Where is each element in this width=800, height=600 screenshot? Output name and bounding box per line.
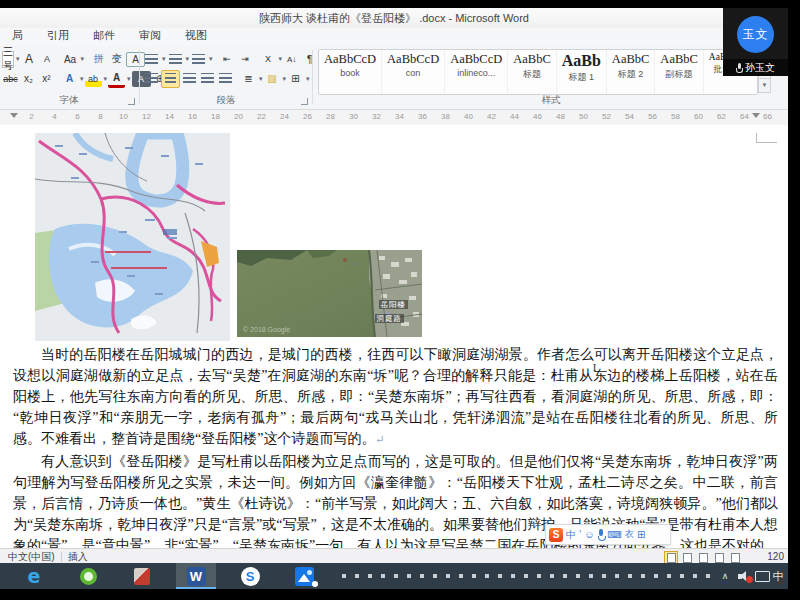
ruler-tick: 16 [181,110,204,124]
change-case-button[interactable]: Aa [62,51,79,67]
font-size-dropdown-icon[interactable]: ▾ [16,55,20,63]
multilevel-dropdown-icon[interactable]: ▾ [209,55,213,63]
paragraph-1[interactable]: 当时的岳阳楼在岳阳城城门的西边，是城门的西楼，往西可以下瞰洞庭湖湖景。作者怎么可… [13,344,778,450]
style-gallery-item[interactable]: AaBbC 副标题 [655,50,704,94]
sogou-ime-toolbar[interactable]: S 中 ’ ☺ ⌨ 衣 ⊞ [545,524,671,545]
style-sample: AaBbCcD [387,52,439,67]
multilevel-list-icon[interactable] [192,54,205,65]
style-gallery-item[interactable]: AaBbCcD book [319,50,382,94]
style-gallery-item[interactable]: AaBbC 标题 2 [607,50,656,94]
status-language[interactable]: 中文(中国) [8,550,55,564]
style-gallery-item[interactable]: AaBb 标题 1 [557,50,607,94]
font-size-box[interactable]: 三号 [2,51,14,68]
document-text[interactable]: 当时的岳阳楼在岳阳城城门的西边，是城门的西楼，往西可以下瞰洞庭湖湖景。作者怎么可… [13,344,778,548]
font-color-button[interactable]: A [108,69,125,88]
borders-dropdown-icon[interactable]: ▾ [306,75,310,83]
bullets-dropdown-icon[interactable]: ▾ [162,55,166,63]
style-sample: AaBbC [612,52,650,67]
satellite-image-yueyang[interactable]: 岳阳楼 洞庭路 © 2018 Google [237,250,422,337]
asian-layout-button[interactable]: X [260,51,277,67]
align-center-icon[interactable] [165,73,176,84]
ime-chinese-mode-icon[interactable]: 中 [566,526,576,543]
map-image-dongting-lake[interactable] [35,133,230,341]
highlight-color-button[interactable]: ab [85,71,102,87]
style-label: book [324,68,376,78]
paragraph-1-text[interactable]: 当时的岳阳楼在岳阳城城门的西边，是城门的西楼，往西可以下瞰洞庭湖湖景。作者怎么可… [13,347,778,446]
superscript-button[interactable]: x² [38,71,55,87]
sogou-logo-icon[interactable]: S [549,528,563,542]
tray-expand-button[interactable]: ∧ [718,563,732,589]
align-right-icon[interactable] [183,73,196,84]
edge-icon: e [28,565,41,587]
tray-ime-indicator[interactable]: 中 [770,563,786,589]
ime-emoji-icon[interactable]: ☺ [584,526,594,543]
document-page[interactable]: 岳阳楼 洞庭路 © 2018 Google 当时的岳阳楼在岳阳城城门的西边，是城… [0,125,788,548]
decrease-indent-button[interactable]: ⇤ [219,51,236,67]
indent-marker[interactable] [10,113,18,118]
touch-keyboard-icon [755,571,770,582]
borders-button[interactable]: ⊞ [287,71,304,87]
shrink-font-button[interactable]: A [39,51,56,67]
gallery-more-icon[interactable]: ▼ [758,79,771,93]
ime-skin-icon[interactable]: 衣 [625,526,634,543]
group-divider [139,50,140,104]
style-gallery-item[interactable]: AaBbC 标题 [508,50,557,94]
taskbar-edge-button[interactable]: e [14,563,54,589]
style-gallery-item[interactable]: AaBbCcD inlineco... [445,50,508,94]
ribbon-tab[interactable]: 视图 [173,26,219,46]
align-left-icon[interactable] [145,73,158,84]
font-dialog-launcher[interactable] [128,98,135,105]
subscript-button[interactable]: x₂ [20,71,37,87]
ribbon-tab[interactable]: 局 [0,26,35,46]
ruler-tick: 26 [296,110,319,124]
grow-font-button[interactable]: A [21,51,38,67]
ribbon-tab[interactable]: 引用 [35,26,81,46]
style-sample: AaBbCcD [450,52,502,67]
shading-button[interactable]: ▨ [264,71,281,87]
increase-indent-button[interactable]: ⇥ [237,51,254,67]
font-color-dropdown-icon[interactable]: ▾ [127,75,131,83]
text-effects-dropdown-icon[interactable]: ▾ [80,75,84,83]
taskbar-sogou-button[interactable]: S [230,563,270,589]
satellite-copyright: © 2018 Google [243,326,290,333]
line-spacing-dropdown-icon[interactable]: ▾ [259,75,263,83]
status-insert-mode[interactable]: 插入 [68,550,88,564]
taskbar-word-button[interactable]: W [176,563,216,589]
window-title: 陕西师大 谈杜甫的《登岳阳楼》 .docx - Microsoft Word [259,11,529,26]
change-case-dropdown-icon[interactable]: ▾ [81,55,85,63]
numbering-icon[interactable] [169,54,182,65]
ime-keyboard-icon[interactable]: ⌨ [607,526,621,543]
phonetic-guide-button[interactable]: 拼 [90,51,107,67]
sort-button[interactable]: A↓ [283,51,300,67]
justify-icon[interactable] [201,73,214,84]
character-scale-button[interactable]: 变 [108,51,125,67]
style-gallery-item[interactable]: AaBbCcD con [382,50,445,94]
taskbar-reader-button[interactable] [122,563,162,589]
line-spacing-button[interactable]: ≣ [240,71,257,87]
taskbar-browser-button[interactable] [68,563,108,589]
distribute-icon[interactable] [219,73,232,84]
ime-voice-icon[interactable] [597,529,604,541]
microphone-icon [736,63,742,73]
highlight-dropdown-icon[interactable]: ▾ [104,75,108,83]
numbering-dropdown-icon[interactable]: ▾ [186,55,190,63]
strikethrough-button[interactable]: abc [2,71,19,87]
ime-toolbox-icon[interactable]: ⊞ [637,526,645,543]
meeting-app-icon [295,567,314,586]
bullets-icon[interactable] [145,54,158,65]
ribbon-tab[interactable]: 审阅 [127,26,173,46]
tray-keyboard-button[interactable] [754,563,770,589]
shading-dropdown-icon[interactable]: ▾ [283,75,287,83]
right-indent-marker[interactable] [752,113,760,118]
ime-punctuation-icon[interactable]: ’ [579,526,581,543]
participant-avatar: 玉文 [737,16,774,53]
ruler-tick: 38 [434,110,457,124]
ribbon-tab[interactable]: 邮件 [81,26,127,46]
tray-volume-button[interactable] [736,563,752,589]
asian-layout-dropdown-icon[interactable]: ▾ [279,55,283,63]
horizontal-ruler[interactable]: 2468101214161820222426283032343638404244… [0,110,788,126]
text-effects-button[interactable]: A [61,71,78,87]
taskbar-meeting-button[interactable] [284,563,324,589]
meeting-participant-overlay[interactable]: 玉文 孙玉文 [723,8,788,76]
paragraph-dialog-launcher[interactable] [301,98,308,105]
